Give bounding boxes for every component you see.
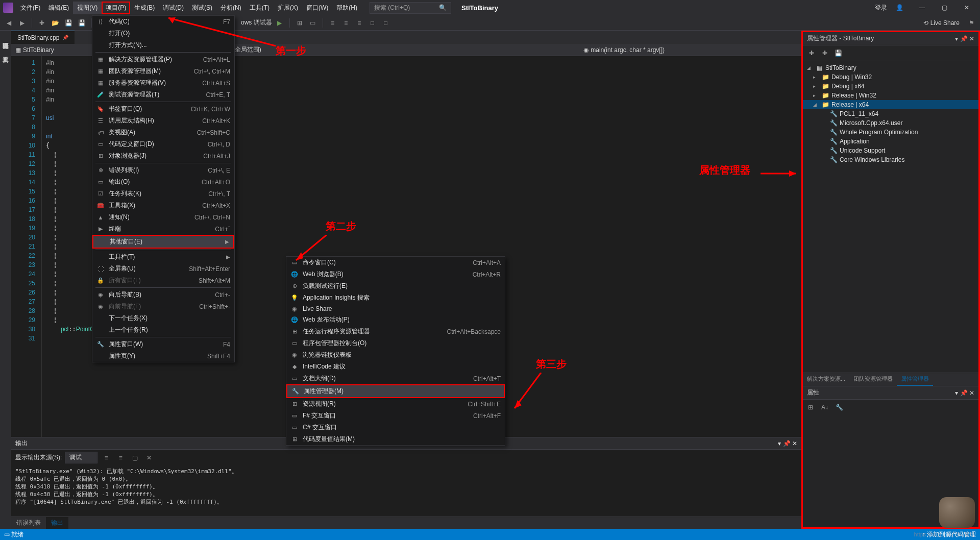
- minimize-button[interactable]: —: [912, 1, 932, 15]
- save-icon[interactable]: 💾: [63, 17, 74, 29]
- output-btn-icon[interactable]: ≡: [115, 452, 126, 463]
- tab-error-list[interactable]: 错误列表: [11, 517, 46, 529]
- menu-item[interactable]: ◉Live Share: [286, 304, 505, 314]
- breadcrumb-function[interactable]: ◉ main(int argc, char * argv[]): [583, 46, 665, 54]
- menu-item[interactable]: 🔧属性窗口(W)F4: [92, 338, 234, 350]
- add-existing-icon[interactable]: ✚: [819, 47, 830, 59]
- liveshare-button[interactable]: ⟲ Live Share: [919, 19, 964, 27]
- menu-item[interactable]: ☑任务列表(K)Ctrl+\, T: [92, 188, 234, 200]
- menu-item[interactable]: 🌐Web 浏览器(B)Ctrl+Alt+R: [286, 268, 505, 280]
- menu-item[interactable]: 🧪测试资源管理器(T)Ctrl+E, T: [92, 89, 234, 101]
- menu-item[interactable]: ▭文档大纲(D)Ctrl+Alt+T: [286, 373, 505, 384]
- menu-item[interactable]: 打开方式(N)...: [92, 39, 234, 51]
- output-text[interactable]: "StlToBinary.exe" (Win32): 已加载 "C:\Windo…: [11, 465, 801, 517]
- menu-item[interactable]: ◉向前导航(F)Ctrl+Shift+-: [92, 301, 234, 312]
- save-icon[interactable]: 💾: [832, 47, 844, 59]
- menu-item[interactable]: 🧰工具箱(X)Ctrl+Alt+X: [92, 200, 234, 211]
- menu-edit[interactable]: 编辑(E): [44, 2, 73, 14]
- menu-item[interactable]: ⊞任务运行程序资源管理器Ctrl+Alt+Backsapce: [286, 326, 505, 337]
- menu-tools[interactable]: 工具(T): [246, 2, 274, 14]
- menu-build[interactable]: 生成(B): [130, 2, 159, 14]
- breadcrumb-scope[interactable]: (全局范围): [233, 45, 261, 54]
- output-btn-icon[interactable]: ✕: [143, 452, 155, 463]
- menu-item[interactable]: 打开(O): [92, 28, 234, 39]
- tb-btn-icon[interactable]: □: [367, 17, 378, 29]
- menu-item[interactable]: ▶终端Ctrl+`: [92, 223, 234, 235]
- wrench-icon[interactable]: 🔧: [834, 402, 845, 413]
- menu-item[interactable]: ⊞代码度量值结果(M): [286, 433, 505, 445]
- menu-item[interactable]: 💡Application Insights 搜索: [286, 292, 505, 304]
- menu-view[interactable]: 视图(V): [73, 2, 102, 14]
- tab-property-manager[interactable]: 属性管理器: [897, 373, 933, 386]
- menu-item[interactable]: ⛶全屏幕(U)Shift+Alt+Enter: [92, 263, 234, 275]
- menu-item[interactable]: 🌐Web 发布活动(P): [286, 314, 505, 326]
- close-icon[interactable]: ✕: [969, 35, 974, 42]
- nav-fwd-icon[interactable]: ▶: [16, 17, 28, 29]
- categorize-icon[interactable]: ⊞: [805, 402, 816, 413]
- tb-btn-icon[interactable]: ⊞: [294, 17, 305, 29]
- menu-item[interactable]: 🔖书签窗口(Q)Ctrl+K, Ctrl+W: [92, 103, 234, 115]
- menu-item[interactable]: 🔒所有窗口(L)Shift+Alt+M: [92, 275, 234, 286]
- menu-file[interactable]: 文件(F): [16, 2, 44, 14]
- dropdown-icon[interactable]: ▾: [955, 35, 958, 42]
- menu-window[interactable]: 窗口(W): [302, 2, 332, 14]
- menu-extensions[interactable]: 扩展(X): [274, 2, 302, 14]
- menu-test[interactable]: 测试(S): [188, 2, 216, 14]
- close-button[interactable]: ✕: [957, 1, 977, 15]
- menu-item[interactable]: ⊞资源视图(R)Ctrl+Shift+E: [286, 398, 505, 410]
- pin-icon[interactable]: 📌: [62, 35, 68, 40]
- menu-item[interactable]: ▭命令窗口(C)Ctrl+Alt+A: [286, 257, 505, 268]
- output-btn-icon[interactable]: ≡: [101, 452, 112, 463]
- menu-help[interactable]: 帮助(H): [332, 2, 361, 14]
- menu-item[interactable]: ▭代码定义窗口(D)Ctrl+\, D: [92, 138, 234, 150]
- menu-item[interactable]: ▭输出(O)Ctrl+Alt+O: [92, 176, 234, 188]
- tree-config[interactable]: ◢📁Release | x64: [803, 100, 978, 109]
- tree-prop-sheet[interactable]: 🔧Application: [803, 137, 978, 146]
- login-link[interactable]: 登录: [875, 4, 887, 12]
- tab-output[interactable]: 输出: [46, 517, 68, 529]
- menu-item[interactable]: 属性页(Y)Shift+F4: [92, 350, 234, 362]
- menu-item[interactable]: ▦服务器资源管理器(V)Ctrl+Alt+S: [92, 77, 234, 89]
- nav-back-icon[interactable]: ◀: [3, 17, 14, 29]
- tree-config[interactable]: ▸📁Release | Win32: [803, 91, 978, 100]
- search-input[interactable]: 搜索 (Ctrl+Q) 🔍: [370, 2, 451, 14]
- tree-config[interactable]: ▸📁Debug | Win32: [803, 72, 978, 82]
- menu-item[interactable]: ▲通知(N)Ctrl+\, Ctrl+N: [92, 211, 234, 223]
- menu-item[interactable]: ◉向后导航(B)Ctrl+-: [92, 289, 234, 301]
- editor-tab[interactable]: StlToBinary.cpp 📌: [11, 31, 75, 44]
- menu-item[interactable]: 🔧属性管理器(M): [286, 384, 505, 398]
- menu-debug[interactable]: 调试(D): [159, 2, 188, 14]
- alpha-icon[interactable]: A↓: [819, 402, 830, 413]
- menu-item[interactable]: 🏷类视图(A)Ctrl+Shift+C: [92, 127, 234, 138]
- menu-item[interactable]: ⊗错误列表(I)Ctrl+\, E: [92, 164, 234, 176]
- menu-item[interactable]: ▭C# 交互窗口: [286, 422, 505, 433]
- tree-prop-sheet[interactable]: 🔧PCL1_11_x64: [803, 109, 978, 118]
- menu-item[interactable]: 下一个任务(X): [92, 312, 234, 324]
- tab-solution-explorer[interactable]: 解决方案资源...: [803, 373, 849, 386]
- tree-prop-sheet[interactable]: 🔧Microsoft.Cpp.x64.user: [803, 118, 978, 128]
- toolbox-tab[interactable]: 工具箱: [0, 48, 11, 56]
- tab-team-explorer[interactable]: 团队资源管理器: [849, 373, 897, 386]
- output-btn-icon[interactable]: ▢: [129, 452, 140, 463]
- menu-item[interactable]: 其他窗口(E)▶: [92, 235, 234, 249]
- tb-btn-icon[interactable]: □: [380, 17, 391, 29]
- pin-icon[interactable]: 📌: [960, 35, 968, 42]
- property-tree[interactable]: ◢▦StlToBinary ▸📁Debug | Win32 ▸📁Debug | …: [803, 61, 978, 373]
- tree-prop-sheet[interactable]: 🔧Whole Program Optimization: [803, 128, 978, 137]
- menu-item[interactable]: ⊕负载测试运行(E): [286, 280, 505, 292]
- feedback-icon[interactable]: ⚑: [966, 17, 977, 29]
- server-explorer-tab[interactable]: 服务器资源管理器: [0, 34, 11, 42]
- play-icon[interactable]: ▶: [274, 17, 285, 29]
- maximize-button[interactable]: ▢: [934, 1, 954, 15]
- menu-item[interactable]: ◆IntelliCode 建议: [286, 361, 505, 373]
- menu-item[interactable]: ▭程序包管理器控制台(O): [286, 337, 505, 349]
- tb-btn-icon[interactable]: ▭: [307, 17, 318, 29]
- tb-btn-icon[interactable]: ≡: [340, 17, 352, 29]
- menu-item[interactable]: ▦解决方案资源管理器(P)Ctrl+Alt+L: [92, 54, 234, 65]
- tb-btn-icon[interactable]: ≡: [354, 17, 365, 29]
- tb-btn-icon[interactable]: ≡: [327, 17, 338, 29]
- tree-root[interactable]: ◢▦StlToBinary: [803, 63, 978, 72]
- tree-prop-sheet[interactable]: 🔧Core Windows Libraries: [803, 155, 978, 164]
- menu-item[interactable]: 工具栏(T)▶: [92, 251, 234, 263]
- menu-item[interactable]: ▭F# 交互窗口Ctrl+Alt+F: [286, 410, 505, 422]
